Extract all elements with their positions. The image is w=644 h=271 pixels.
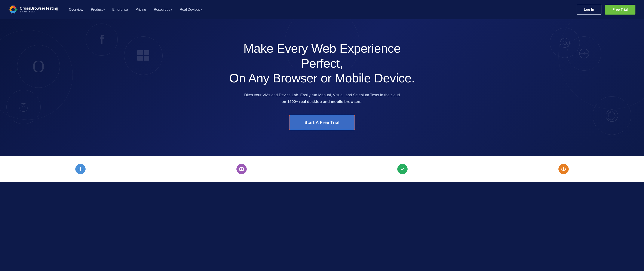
nav-item-product[interactable]: Product ▾ [91,8,104,12]
hero-subtext: Ditch your VMs and Device Lab. Easily ru… [226,92,418,98]
svg-point-20 [580,49,589,58]
svg-line-8 [25,103,26,104]
feature-card-screenshot [161,156,322,182]
svg-point-26 [608,112,615,119]
feature-card-live [0,156,161,182]
nav-link-real-devices[interactable]: Real Devices ▾ [180,8,202,12]
svg-line-19 [566,44,569,45]
screenshot-testing-icon [236,164,247,174]
brand-title: CrossBrowserTesting [20,7,58,11]
visual-testing-icon [558,164,569,174]
feature-card-visual [483,156,644,182]
svg-point-2 [20,105,28,112]
bg-circle-opera: O [17,45,60,88]
chevron-down-icon: ▾ [104,9,104,11]
svg-point-5 [22,106,23,107]
svg-rect-12 [144,50,149,55]
svg-line-18 [561,44,563,45]
svg-line-7 [21,103,22,104]
bg-ring-right [558,19,644,109]
nav-link-overview[interactable]: Overview [69,8,83,12]
nav-item-pricing[interactable]: Pricing [136,8,146,12]
navbar: CrossBrowserTesting SMARTBEAR Overview P… [0,0,644,19]
logo-icon [8,5,18,14]
navbar-right: Log In Free Trial [576,5,636,15]
svg-rect-14 [144,56,149,61]
brand-subtitle: SMARTBEAR [20,11,58,13]
bg-circle-facebook: f [86,24,118,56]
svg-point-16 [563,41,566,45]
safari-icon [579,48,590,59]
bg-circle-firefox [593,96,631,135]
free-trial-button[interactable]: Free Trial [605,5,636,15]
firefox-icon [605,109,619,123]
bg-circle-safari [567,36,601,71]
feature-card-automated [322,156,483,182]
svg-point-27 [80,168,81,170]
bg-circle-android [6,90,41,124]
login-button[interactable]: Log In [576,5,602,15]
navbar-left: CrossBrowserTesting SMARTBEAR Overview P… [8,5,202,14]
nav-item-overview[interactable]: Overview [69,8,83,12]
android-icon [17,101,30,113]
svg-marker-23 [584,50,585,54]
nav-link-pricing[interactable]: Pricing [136,8,146,12]
nav-link-product[interactable]: Product ▾ [91,8,104,12]
nav-link-resources[interactable]: Resources ▾ [154,8,172,12]
live-testing-icon [75,164,86,174]
hero-subtext-bold: on 1500+ real desktop and mobile browser… [226,100,418,104]
svg-point-25 [606,110,618,122]
nav-item-real-devices[interactable]: Real Devices ▾ [180,8,202,12]
windows-icon [137,50,150,62]
nav-link-enterprise[interactable]: Enterprise [112,8,128,12]
svg-point-15 [560,38,570,48]
chevron-down-icon-3: ▾ [201,9,202,11]
feature-cards [0,156,644,182]
nav-item-enterprise[interactable]: Enterprise [112,8,128,12]
hero-section: O [0,19,644,156]
hero-headline: Make Every Web Experience Perfect, On An… [226,41,418,86]
svg-point-30 [563,168,564,170]
svg-rect-11 [137,50,143,55]
svg-rect-13 [137,56,143,61]
hero-content: Make Every Web Experience Perfect, On An… [226,41,418,130]
logo-text: CrossBrowserTesting SMARTBEAR [20,7,58,13]
svg-point-6 [24,106,25,107]
bg-circle-windows [124,36,162,75]
bg-ring-large [0,30,73,120]
automated-testing-icon [397,164,408,174]
svg-marker-24 [584,54,585,57]
logo-link[interactable]: CrossBrowserTesting SMARTBEAR [8,5,58,14]
chevron-down-icon-2: ▾ [171,9,172,11]
bg-circle-chrome [550,28,580,58]
chrome-icon [560,38,570,48]
nav-item-resources[interactable]: Resources ▾ [154,8,172,12]
nav-links: Overview Product ▾ Enterprise Pricing [69,8,202,12]
svg-point-1 [11,8,15,11]
svg-point-29 [241,168,242,170]
start-trial-button[interactable]: Start A Free Trial [289,115,355,130]
